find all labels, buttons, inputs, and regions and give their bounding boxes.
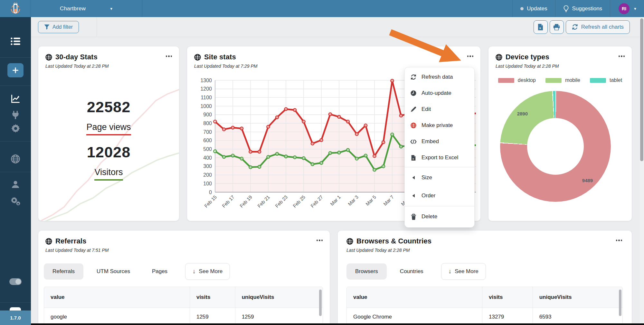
- legend-item-mobile[interactable]: mobile: [545, 77, 580, 83]
- see-more-label: See More: [199, 268, 223, 275]
- see-more-label: See More: [455, 268, 478, 275]
- metric-label: Page views: [86, 122, 131, 135]
- column-header[interactable]: value: [44, 287, 190, 308]
- column-header[interactable]: uniqueVisits: [235, 287, 323, 308]
- svg-text:x: x: [539, 26, 541, 30]
- export-excel-button[interactable]: x: [534, 20, 548, 34]
- tab-referrals[interactable]: Referrals: [44, 263, 83, 280]
- table-scrollbar[interactable]: [319, 290, 322, 316]
- menu-item-make-private[interactable]: Make private: [405, 117, 474, 133]
- svg-text:1200: 1200: [200, 86, 212, 92]
- print-button[interactable]: [550, 20, 564, 34]
- column-header[interactable]: visits: [482, 287, 533, 308]
- menu-item-size[interactable]: Size: [405, 169, 474, 187]
- app-logo[interactable]: [0, 0, 31, 17]
- column-header[interactable]: uniqueVisits: [533, 287, 622, 308]
- svg-text:Mar 1: Mar 1: [329, 194, 342, 207]
- card-updated-text: Last Updated Today at 2:28 PM: [496, 64, 625, 69]
- table-cell: 1259: [235, 308, 323, 325]
- metric-visitors: 12028 Visitors: [38, 143, 179, 181]
- menu-item-auto-update[interactable]: Auto-update: [405, 85, 474, 101]
- caret-left-icon: [410, 176, 417, 180]
- legend-swatch: [590, 78, 606, 83]
- metric-value: 22582: [38, 98, 179, 116]
- refresh-icon: [572, 24, 578, 30]
- svg-text:Feb 25: Feb 25: [292, 194, 306, 209]
- toggle-knob-icon: [15, 279, 21, 284]
- page-scrollbar-thumb[interactable]: [640, 18, 643, 161]
- see-more-button[interactable]: ↓ See More: [441, 263, 486, 280]
- sidebar-item-public-dashboard[interactable]: [0, 154, 31, 163]
- legend-item-tablet[interactable]: tablet: [590, 77, 622, 83]
- add-chart-button[interactable]: [7, 63, 24, 77]
- refresh-all-charts-button[interactable]: Refresh all charts: [566, 20, 630, 34]
- top-bar: Chartbrew ▼ Updates Suggestions RI ▼: [0, 0, 644, 17]
- menu-item-order[interactable]: Order: [405, 187, 474, 205]
- donut-hole: [527, 118, 584, 175]
- table-scrollbar[interactable]: [619, 290, 621, 316]
- chevron-down-icon: ▼: [109, 7, 113, 11]
- svg-text:900: 900: [203, 112, 212, 117]
- metric-label: Visitors: [94, 167, 123, 181]
- legend-swatch: [498, 78, 514, 83]
- legend-swatch: [545, 78, 562, 83]
- table-cell: google: [44, 308, 190, 325]
- svg-text:Mar 5: Mar 5: [365, 194, 377, 207]
- svg-text:100: 100: [203, 181, 212, 186]
- svg-text:Mar 3: Mar 3: [347, 194, 359, 207]
- menu-item-label: Auto-update: [421, 90, 451, 96]
- table-cell: 13279: [482, 308, 533, 325]
- project-selector[interactable]: Chartbrew ▼: [31, 0, 142, 17]
- avatar[interactable]: RI: [619, 3, 630, 14]
- menu-item-label: Embed: [421, 138, 439, 145]
- metric-page-views: 22582 Page views: [38, 98, 179, 135]
- add-filter-label: Add filter: [52, 24, 73, 30]
- menu-item-label: Edit: [421, 106, 431, 113]
- card-browsers-countries: Browsers & Countries Last Updated Today …: [337, 230, 632, 325]
- version-badge: 1.7.0: [0, 310, 31, 325]
- column-header[interactable]: value: [347, 287, 482, 308]
- user-menu[interactable]: RI ▼: [610, 0, 644, 17]
- svg-text:1000: 1000: [200, 103, 212, 109]
- tab-browsers[interactable]: Browsers: [346, 263, 387, 280]
- trash-icon: [410, 214, 417, 220]
- card-updated-text: Last Updated Today at 2:28 PM: [346, 248, 625, 253]
- legend-label: mobile: [565, 77, 580, 83]
- sidebar-toggle[interactable]: [9, 278, 22, 285]
- tab-utm-sources[interactable]: UTM Sources: [88, 263, 139, 280]
- menu-item-delete[interactable]: Delete: [405, 208, 474, 226]
- menu-item-refresh-data[interactable]: Refresh data: [405, 69, 474, 85]
- see-more-button[interactable]: ↓ See More: [185, 263, 230, 280]
- suggestions-button[interactable]: Suggestions: [555, 0, 610, 17]
- sidebar: 1.7.0: [0, 17, 31, 325]
- list-icon: [11, 37, 20, 45]
- refresh-icon: [410, 74, 417, 80]
- updates-dot-icon: [520, 7, 524, 10]
- filter-icon: [44, 24, 50, 30]
- updates-button[interactable]: Updates: [512, 0, 555, 17]
- plug-icon: [11, 111, 20, 119]
- sidebar-item-team-settings[interactable]: [0, 196, 31, 205]
- menu-item-export-excel[interactable]: x Export to Excel: [405, 150, 474, 166]
- legend-item-desktop[interactable]: desktop: [498, 77, 536, 83]
- dashboard-toolbar: Add filter x Refresh: [31, 17, 644, 37]
- menu-item-embed[interactable]: Embed: [405, 133, 474, 150]
- sidebar-item-charts[interactable]: [0, 94, 31, 103]
- card-referrals: Referrals Last Updated Today at 7:51 PM …: [38, 230, 330, 325]
- tab-countries[interactable]: Countries: [391, 263, 432, 280]
- menu-item-edit[interactable]: Edit: [405, 101, 474, 117]
- globe-icon: [496, 54, 502, 61]
- tab-pages[interactable]: Pages: [143, 263, 176, 280]
- table-cell: 6593: [533, 308, 622, 325]
- add-filter-button[interactable]: Add filter: [38, 21, 79, 33]
- sidebar-item-team-members[interactable]: [0, 180, 31, 189]
- sidebar-item-connections[interactable]: [0, 111, 31, 119]
- column-header[interactable]: visits: [190, 287, 235, 308]
- chartbrew-logo-icon: [9, 2, 22, 15]
- dashboard-list-button[interactable]: [0, 37, 31, 45]
- chart-context-menu: Refresh data Auto-update Edit Make priva…: [404, 67, 475, 228]
- sidebar-item-settings[interactable]: [0, 124, 31, 133]
- gears-icon: [11, 196, 20, 205]
- svg-text:Feb 15: Feb 15: [203, 194, 218, 209]
- line-chart-icon: [11, 94, 20, 103]
